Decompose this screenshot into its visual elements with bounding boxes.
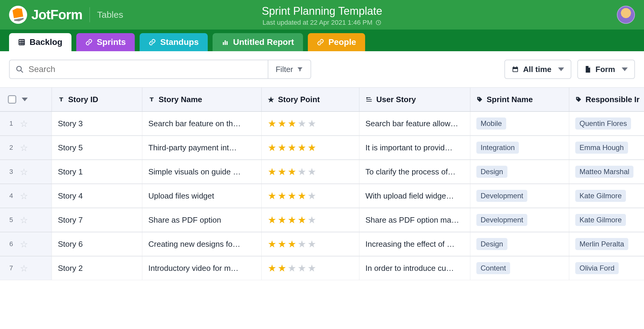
star-rating[interactable]: ★★★★★ bbox=[268, 142, 316, 153]
star-rating[interactable]: ★★★★★ bbox=[268, 214, 316, 226]
cell-user-story[interactable]: To clarify the process of… bbox=[359, 160, 470, 184]
filter-button[interactable]: Filter bbox=[268, 60, 311, 78]
favorite-star-icon[interactable]: ☆ bbox=[20, 263, 28, 274]
column-header-story_id[interactable]: Story ID bbox=[52, 88, 142, 111]
time-filter-button[interactable]: All time bbox=[504, 60, 571, 79]
cell-story-point[interactable]: ★★★★★ bbox=[262, 160, 359, 184]
cell-story-name[interactable]: Third-party payment int… bbox=[142, 136, 262, 160]
cell-user-story[interactable]: Share as PDF option ma… bbox=[359, 208, 470, 232]
table-row[interactable]: 6 ☆ Story 6 Creating new designs fo… ★★★… bbox=[0, 232, 644, 256]
star-rating[interactable]: ★★★★★ bbox=[268, 118, 316, 129]
cell-user-story[interactable]: It is important to provid… bbox=[359, 136, 470, 160]
cell-sprint-name[interactable]: Development bbox=[470, 184, 569, 208]
cell-responsible[interactable]: Matteo Marshal bbox=[569, 160, 644, 184]
star-rating[interactable]: ★★★★★ bbox=[268, 262, 316, 274]
row-number: 6 bbox=[8, 240, 14, 248]
cell-responsible[interactable]: Quentin Flores bbox=[569, 112, 644, 136]
star-rating[interactable]: ★★★★★ bbox=[268, 166, 316, 177]
cell-sprint-name[interactable]: Mobile bbox=[470, 112, 569, 136]
table-row[interactable]: 1 ☆ Story 3 Search bar feature on th… ★★… bbox=[0, 111, 644, 136]
cell-story-name[interactable]: Simple visuals on guide … bbox=[142, 160, 262, 184]
cell-sprint-name[interactable]: Design bbox=[470, 160, 569, 184]
cell-sprint-name[interactable]: Content bbox=[470, 256, 569, 280]
tab-backlog[interactable]: Backlog bbox=[9, 33, 71, 51]
row-gutter[interactable]: 5 ☆ bbox=[0, 208, 52, 232]
search-box[interactable] bbox=[10, 60, 268, 78]
cell-story-point[interactable]: ★★★★★ bbox=[262, 184, 359, 208]
avatar[interactable] bbox=[617, 6, 635, 24]
cell-story-name[interactable]: Upload files widget bbox=[142, 184, 262, 208]
cell-story-id[interactable]: Story 7 bbox=[52, 208, 142, 232]
cell-text: Story 6 bbox=[58, 240, 83, 249]
row-gutter[interactable]: 3 ☆ bbox=[0, 160, 52, 184]
cell-story-id[interactable]: Story 5 bbox=[52, 136, 142, 160]
chevron-down-icon[interactable] bbox=[22, 98, 28, 101]
cell-user-story[interactable]: Search bar feature allow… bbox=[359, 112, 470, 136]
cell-user-story[interactable]: With upload field widge… bbox=[359, 184, 470, 208]
page-title[interactable]: Sprint Planning Template bbox=[262, 5, 382, 17]
cell-responsible[interactable]: Emma Hough bbox=[569, 136, 644, 160]
table-row[interactable]: 7 ☆ Story 2 Introductory video for m… ★★… bbox=[0, 256, 644, 280]
column-header-story_name[interactable]: Story Name bbox=[142, 88, 262, 111]
tab-sprints[interactable]: Sprints bbox=[76, 33, 135, 51]
table-row[interactable]: 4 ☆ Story 4 Upload files widget ★★★★★ Wi… bbox=[0, 184, 644, 208]
logo[interactable]: JotForm bbox=[9, 6, 82, 24]
row-gutter[interactable]: 6 ☆ bbox=[0, 232, 52, 256]
star-rating[interactable]: ★★★★★ bbox=[268, 190, 316, 202]
cell-sprint-name[interactable]: Development bbox=[470, 208, 569, 232]
row-gutter[interactable]: 4 ☆ bbox=[0, 184, 52, 208]
favorite-star-icon[interactable]: ☆ bbox=[20, 215, 28, 225]
favorite-star-icon[interactable]: ☆ bbox=[20, 191, 28, 201]
chevron-down-icon bbox=[622, 67, 628, 71]
cell-story-name[interactable]: Search bar feature on th… bbox=[142, 112, 262, 136]
cell-sprint-name[interactable]: Integration bbox=[470, 136, 569, 160]
cell-responsible[interactable]: Merlin Peralta bbox=[569, 232, 644, 256]
cell-story-id[interactable]: Story 2 bbox=[52, 256, 142, 280]
table-row[interactable]: 2 ☆ Story 5 Third-party payment int… ★★★… bbox=[0, 136, 644, 160]
column-header-sprint_name[interactable]: Sprint Name bbox=[470, 88, 569, 111]
favorite-star-icon[interactable]: ☆ bbox=[20, 239, 28, 249]
row-number: 5 bbox=[8, 216, 14, 224]
table-row[interactable]: 3 ☆ Story 1 Simple visuals on guide … ★★… bbox=[0, 160, 644, 184]
svg-point-16 bbox=[478, 98, 479, 99]
section-label[interactable]: Tables bbox=[97, 10, 123, 20]
column-label: User Story bbox=[376, 95, 416, 104]
column-header-rownum[interactable] bbox=[0, 88, 52, 111]
cell-story-id[interactable]: Story 4 bbox=[52, 184, 142, 208]
tab-report[interactable]: Untitled Report bbox=[213, 33, 303, 51]
tab-people[interactable]: People bbox=[308, 33, 365, 51]
cell-sprint-name[interactable]: Design bbox=[470, 232, 569, 256]
table-row[interactable]: 5 ☆ Story 7 Share as PDF option ★★★★★ Sh… bbox=[0, 208, 644, 232]
cell-user-story[interactable]: Increasing the effect of … bbox=[359, 232, 470, 256]
cell-story-point[interactable]: ★★★★★ bbox=[262, 136, 359, 160]
cell-story-point[interactable]: ★★★★★ bbox=[262, 208, 359, 232]
favorite-star-icon[interactable]: ☆ bbox=[20, 167, 28, 177]
cell-responsible[interactable]: Kate Gilmore bbox=[569, 184, 644, 208]
row-gutter[interactable]: 1 ☆ bbox=[0, 112, 52, 136]
cell-story-point[interactable]: ★★★★★ bbox=[262, 256, 359, 280]
cell-responsible[interactable]: Kate Gilmore bbox=[569, 208, 644, 232]
time-filter-label: All time bbox=[523, 65, 551, 74]
cell-story-id[interactable]: Story 1 bbox=[52, 160, 142, 184]
cell-story-name[interactable]: Share as PDF option bbox=[142, 208, 262, 232]
cell-responsible[interactable]: Olivia Ford bbox=[569, 256, 644, 280]
cell-story-id[interactable]: Story 3 bbox=[52, 112, 142, 136]
column-header-responsible[interactable]: Responsible Ir bbox=[569, 88, 644, 111]
cell-story-point[interactable]: ★★★★★ bbox=[262, 232, 359, 256]
tab-standups[interactable]: Standups bbox=[140, 33, 208, 51]
search-input[interactable] bbox=[29, 64, 262, 74]
column-header-story_point[interactable]: ★Story Point bbox=[262, 88, 359, 111]
cell-user-story[interactable]: In order to introduce cu… bbox=[359, 256, 470, 280]
form-button[interactable]: Form bbox=[577, 60, 635, 79]
column-header-user_story[interactable]: User Story bbox=[359, 88, 470, 111]
star-rating[interactable]: ★★★★★ bbox=[268, 238, 316, 250]
cell-story-name[interactable]: Introductory video for m… bbox=[142, 256, 262, 280]
cell-story-name[interactable]: Creating new designs fo… bbox=[142, 232, 262, 256]
row-gutter[interactable]: 2 ☆ bbox=[0, 136, 52, 160]
cell-story-point[interactable]: ★★★★★ bbox=[262, 112, 359, 136]
row-gutter[interactable]: 7 ☆ bbox=[0, 256, 52, 280]
cell-story-id[interactable]: Story 6 bbox=[52, 232, 142, 256]
select-all-checkbox[interactable] bbox=[8, 95, 16, 104]
favorite-star-icon[interactable]: ☆ bbox=[20, 118, 28, 129]
favorite-star-icon[interactable]: ☆ bbox=[20, 143, 28, 153]
